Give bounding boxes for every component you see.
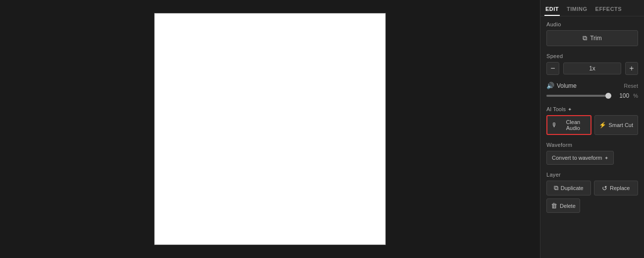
- waveform-section: Waveform Convert to waveform ✦: [546, 142, 638, 165]
- duplicate-label: Duplicate: [561, 185, 584, 191]
- replace-button[interactable]: ↺ Replace: [594, 181, 639, 195]
- ai-sparkle-icon: ✦: [568, 107, 572, 112]
- speed-label: Speed: [546, 53, 638, 59]
- canvas-preview: [154, 13, 386, 245]
- delete-label: Delete: [560, 203, 576, 209]
- trim-label: Trim: [590, 35, 602, 42]
- smart-cut-label: Smart Cut: [609, 122, 634, 128]
- volume-slider-fill: [546, 95, 611, 97]
- waveform-sparkle-icon: ✦: [604, 155, 608, 161]
- waveform-label: Waveform: [546, 142, 638, 148]
- delete-icon: 🗑: [551, 202, 557, 209]
- tab-effects[interactable]: EFFECTS: [594, 3, 623, 16]
- clean-audio-icon: 🎙: [551, 122, 557, 129]
- audio-label: Audio: [546, 21, 638, 27]
- tabs-bar: EDIT TIMING EFFECTS: [540, 0, 644, 16]
- volume-value: 100: [615, 92, 629, 99]
- canvas-area: [0, 0, 540, 258]
- speed-increase-button[interactable]: +: [625, 62, 638, 75]
- volume-label: Volume: [557, 82, 577, 89]
- layer-label: Layer: [546, 172, 638, 178]
- replace-icon: ↺: [602, 185, 607, 192]
- audio-section: Audio ⧉ Trim: [546, 21, 638, 46]
- volume-section: 🔊 Volume Reset 100 %: [546, 82, 638, 99]
- ai-tools-label: AI Tools ✦: [546, 106, 638, 112]
- right-panel: EDIT TIMING EFFECTS Audio ⧉ Trim Speed −…: [540, 0, 644, 258]
- layer-row: ⧉ Duplicate ↺ Replace: [546, 181, 638, 195]
- volume-label-group: 🔊 Volume: [546, 82, 577, 89]
- trim-button[interactable]: ⧉ Trim: [546, 30, 638, 46]
- convert-waveform-button[interactable]: Convert to waveform ✦: [546, 151, 614, 165]
- duplicate-button[interactable]: ⧉ Duplicate: [546, 181, 591, 195]
- speed-section: Speed − 1x +: [546, 53, 638, 75]
- speed-controls: − 1x +: [546, 62, 638, 75]
- volume-row: 🔊 Volume Reset: [546, 82, 638, 89]
- tab-timing[interactable]: TIMING: [566, 3, 589, 16]
- ai-tools-section: AI Tools ✦ 🎙 Clean Audio ⚡ Smart Cut: [546, 106, 638, 135]
- volume-slider-row: 100 %: [546, 92, 638, 99]
- convert-waveform-label: Convert to waveform: [552, 155, 602, 161]
- replace-label: Replace: [610, 185, 630, 191]
- smart-cut-icon: ⚡: [599, 122, 606, 129]
- ai-tools-text: AI Tools: [546, 106, 566, 112]
- duplicate-icon: ⧉: [554, 184, 558, 192]
- volume-slider-thumb[interactable]: [605, 93, 611, 99]
- layer-section: Layer ⧉ Duplicate ↺ Replace 🗑 Delete: [546, 172, 638, 213]
- speed-value: 1x: [563, 63, 621, 74]
- trim-icon: ⧉: [583, 34, 587, 42]
- clean-audio-button[interactable]: 🎙 Clean Audio: [546, 115, 591, 135]
- smart-cut-button[interactable]: ⚡ Smart Cut: [594, 115, 639, 135]
- volume-reset-button[interactable]: Reset: [624, 83, 638, 89]
- speed-decrease-button[interactable]: −: [546, 62, 559, 75]
- panel-content: Audio ⧉ Trim Speed − 1x + 🔊 Volume Reset: [540, 16, 644, 218]
- volume-slider-track[interactable]: [546, 95, 611, 97]
- tab-edit[interactable]: EDIT: [544, 3, 560, 16]
- ai-tools-row: 🎙 Clean Audio ⚡ Smart Cut: [546, 115, 638, 135]
- clean-audio-label: Clean Audio: [560, 119, 587, 131]
- volume-unit: %: [633, 93, 638, 99]
- volume-icon: 🔊: [546, 82, 554, 89]
- delete-button[interactable]: 🗑 Delete: [546, 198, 580, 213]
